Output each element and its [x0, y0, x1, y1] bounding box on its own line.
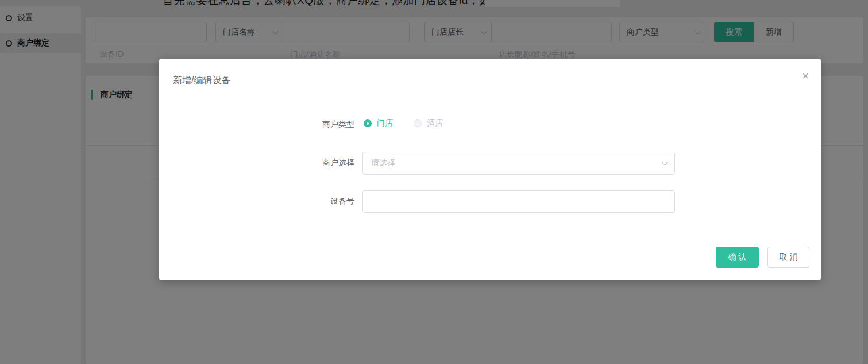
modal-title: 新增/编辑设备	[173, 75, 230, 87]
cancel-button[interactable]: 取 消	[767, 247, 809, 268]
radio-store-label: 门店	[377, 118, 393, 129]
device-no-input[interactable]	[362, 190, 675, 213]
radio-selected-icon	[364, 119, 372, 127]
chevron-down-icon	[662, 159, 668, 165]
merchant-select-label: 商户选择	[280, 158, 354, 168]
radio-unselected-icon	[414, 119, 422, 127]
merchant-select-dropdown[interactable]: 请选择	[362, 152, 675, 175]
confirm-button[interactable]: 确 认	[716, 247, 759, 268]
merchant-type-radio-group: 门店 酒店	[364, 118, 443, 129]
close-icon[interactable]: ×	[798, 69, 812, 83]
merchant-type-label: 商户类型	[280, 119, 354, 130]
merchant-select-placeholder: 请选择	[371, 158, 395, 168]
radio-store[interactable]: 门店	[364, 118, 393, 129]
add-edit-device-modal: 新增/编辑设备 × 商户类型 门店 酒店 商户选择 请选择 设备号 确 认 取 …	[159, 59, 821, 280]
device-no-label: 设备号	[280, 196, 354, 207]
radio-hotel-label: 酒店	[427, 118, 443, 129]
radio-hotel[interactable]: 酒店	[414, 118, 443, 129]
